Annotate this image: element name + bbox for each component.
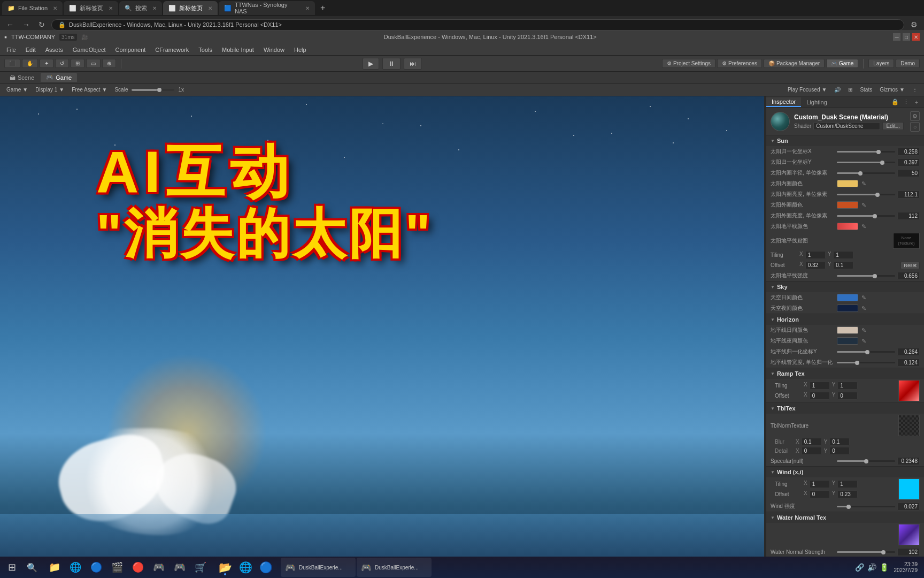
menu-cframework[interactable]: CFramework — [151, 45, 193, 54]
sun-outer-color-swatch[interactable] — [837, 201, 858, 209]
offset-reset-btn[interactable]: Reset — [900, 262, 920, 269]
refresh-button[interactable]: ↻ — [36, 19, 47, 30]
material-options-btn[interactable]: ⚙ — [910, 111, 920, 121]
sky-night-color-swatch[interactable] — [837, 305, 858, 312]
step-button[interactable]: ⏭ — [404, 58, 422, 70]
horizon-night-color-swatch[interactable] — [837, 337, 858, 345]
game-label[interactable]: Game ▼ — [4, 86, 30, 93]
menu-gameobject[interactable]: GameObject — [68, 45, 110, 54]
toolbar-move-btn[interactable]: ✦ — [40, 59, 53, 68]
taskbar-edge-icon[interactable]: 🌐 — [66, 558, 85, 577]
game-tab-btn[interactable]: 🎮 Game — [826, 59, 858, 68]
offset-x-value[interactable]: 0.32 — [805, 261, 826, 269]
sun-inner-color-swatch[interactable] — [837, 180, 858, 187]
maximize-btn[interactable]: ⊞ — [846, 86, 854, 93]
water-strength-slider-container[interactable] — [837, 551, 895, 553]
sun-x-value[interactable]: 0.258 — [897, 148, 920, 156]
tbl-specular-slider-container[interactable] — [837, 460, 895, 462]
sun-outer-bright-slider-container[interactable] — [837, 215, 895, 217]
tiling-x-value[interactable]: 1 — [805, 251, 826, 259]
horizon-day-color-swatch[interactable] — [837, 326, 858, 334]
menu-file[interactable]: File — [2, 45, 20, 54]
newtab2-tab-close[interactable]: ✕ — [208, 5, 212, 11]
sun-inner-bright-slider[interactable] — [837, 194, 895, 195]
preferences-btn[interactable]: ⚙ Preferences — [717, 59, 762, 68]
stats-btn[interactable]: Stats — [858, 86, 874, 93]
tab-scene[interactable]: 🏔 Scene — [4, 73, 40, 82]
start-button[interactable]: ⊞ — [2, 558, 21, 577]
wind-strength-value[interactable]: 0.027 — [897, 503, 920, 511]
search-button[interactable]: 🔍 — [22, 558, 42, 577]
horizon-y-slider-container[interactable] — [837, 351, 895, 353]
tbl-section-header[interactable]: ▼ TblTex — [766, 403, 924, 414]
horizon-section-header[interactable]: ▼ Horizon — [766, 314, 924, 325]
sun-y-value[interactable]: 0.397 — [897, 158, 920, 166]
sun-inner-color-edit-btn[interactable]: ✎ — [861, 180, 866, 187]
inspector-more-btn[interactable]: ⋮ — [902, 98, 910, 107]
toolbar-scene-btn[interactable]: ⬛ — [4, 59, 20, 68]
tbl-blur-y[interactable]: 0.1 — [829, 438, 850, 446]
search-tab-close[interactable]: ✕ — [152, 5, 157, 11]
toolbar-rotate-btn[interactable]: ↺ — [55, 59, 69, 68]
shader-edit-btn[interactable]: Edit... — [882, 122, 904, 130]
sun-outer-bright-value[interactable]: 112 — [897, 212, 920, 220]
tbl-specular-slider[interactable] — [837, 460, 895, 462]
water-section-header[interactable]: ▼ Water Normal Tex — [766, 512, 924, 523]
inspector-lock-btn[interactable]: 🔒 — [891, 98, 899, 107]
water-strength-slider[interactable] — [837, 551, 895, 553]
taskbar-media-icon[interactable]: 🎬 — [107, 558, 127, 577]
taskbar-unity1[interactable]: 🎮 DuskBallExperie... — [281, 558, 356, 577]
sun-inner-bright-slider-container[interactable] — [837, 194, 895, 195]
offset-y-value[interactable]: 0.1 — [833, 261, 853, 269]
new-tab-button[interactable]: + — [318, 2, 327, 14]
sun-inner-radius-value[interactable]: 50 — [897, 169, 920, 177]
wind-offset-x[interactable]: 0 — [810, 490, 830, 498]
taskbar-red-icon[interactable]: 🔴 — [128, 558, 148, 577]
sun-y-slider-container[interactable] — [837, 162, 895, 163]
ramp-tiling-y[interactable]: 1 — [837, 382, 858, 390]
mute-btn[interactable]: 🔊 — [832, 86, 843, 93]
tbl-specular-value[interactable]: 0.2348 — [897, 457, 920, 465]
wind-section-header[interactable]: ▼ Wind (x,i) — [766, 467, 924, 477]
close-button[interactable]: ✕ — [912, 33, 920, 41]
wind-tiling-x[interactable]: 1 — [810, 480, 830, 488]
project-settings-btn[interactable]: ⚙ Project Settings — [662, 59, 715, 68]
newtab1-tab-close[interactable]: ✕ — [109, 5, 113, 11]
wind-texture-preview[interactable] — [898, 478, 920, 500]
material-select-btn[interactable]: ○ — [910, 122, 920, 132]
wind-offset-y[interactable]: 0.23 — [837, 490, 858, 498]
toolbar-hand-btn[interactable]: ✋ — [22, 59, 38, 68]
tbl-detail-y[interactable]: 0 — [829, 447, 850, 455]
tbl-normtex-preview[interactable] — [898, 415, 920, 436]
menu-window[interactable]: Window — [259, 45, 289, 54]
sun-horizon-strength-slider-container[interactable] — [837, 275, 895, 277]
ramp-texture-preview[interactable] — [898, 380, 920, 401]
browser-tab-filestation[interactable]: 📁 File Station ✕ — [2, 1, 63, 15]
sun-horizon-color-edit-btn[interactable]: ✎ — [861, 223, 866, 230]
inspector-scroll-area[interactable]: ▼ Sun 太阳归一化坐标X 0.258 太阳归一化 — [766, 135, 924, 578]
ramp-section-header[interactable]: ▼ Ramp Tex — [766, 368, 924, 379]
browser-tab-newtab2[interactable]: ⬜ 新标签页 ✕ — [163, 1, 218, 15]
horizon-y-slider[interactable] — [837, 351, 895, 353]
menu-edit[interactable]: Edit — [21, 45, 40, 54]
menu-component[interactable]: Component — [111, 45, 150, 54]
wind-tiling-y[interactable]: 1 — [837, 480, 858, 488]
wind-strength-slider[interactable] — [837, 506, 895, 507]
horizon-width-slider-container[interactable] — [837, 362, 895, 363]
sun-horizon-texture-preview[interactable]: None(Texture) — [893, 233, 920, 249]
sun-x-slider-container[interactable] — [837, 151, 895, 153]
gizmos-btn[interactable]: Gizmos ▼ — [877, 86, 907, 93]
taskbar-game2-icon[interactable]: 🎮 — [170, 558, 189, 577]
play-button[interactable]: ▶ — [363, 58, 379, 70]
sky-day-color-edit-btn[interactable]: ✎ — [861, 294, 866, 301]
sky-section-header[interactable]: ▼ Sky — [766, 282, 924, 292]
taskbar-chrome-icon[interactable]: 🔵 — [87, 558, 106, 577]
tiling-y-value[interactable]: 1 — [833, 251, 853, 259]
filestation-tab-close[interactable]: ✕ — [53, 5, 57, 11]
scale-control[interactable]: Scale 1x — [112, 86, 186, 93]
tab-inspector[interactable]: Inspector — [766, 97, 801, 107]
sun-y-slider[interactable] — [837, 162, 895, 163]
browser-tab-nas[interactable]: 🟦 TTWNas - Synology NAS ✕ — [219, 1, 315, 15]
sun-inner-radius-slider-container[interactable] — [837, 172, 895, 174]
tray-clock[interactable]: 23:39 2023/7/29 — [894, 561, 918, 573]
